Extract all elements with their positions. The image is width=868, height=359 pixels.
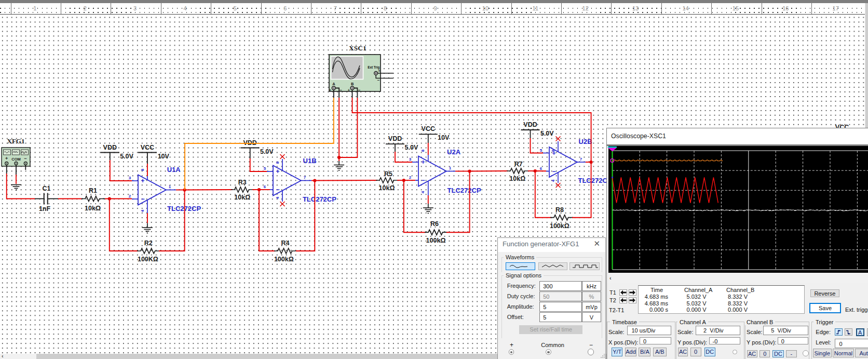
svg-text:R1: R1 <box>89 187 97 194</box>
svg-text:100kΩ: 100kΩ <box>550 222 569 230</box>
svg-text:VDD: VDD <box>103 144 117 151</box>
svg-text:2: 2 <box>409 175 412 180</box>
svg-text:1nF: 1nF <box>39 205 51 212</box>
svg-text:R6: R6 <box>430 220 439 228</box>
svg-text:5.0V: 5.0V <box>405 144 418 151</box>
svg-text:10kΩ: 10kΩ <box>509 175 525 182</box>
svg-text:XSC1: XSC1 <box>349 44 367 52</box>
svg-text:VCC: VCC <box>422 125 435 132</box>
svg-text:6: 6 <box>264 184 266 189</box>
svg-text:5: 5 <box>264 166 266 171</box>
svg-text:R4: R4 <box>281 240 290 247</box>
svg-text:10kΩ: 10kΩ <box>379 184 395 192</box>
svg-text:VDD: VDD <box>388 135 402 142</box>
svg-text:7: 7 <box>304 175 306 180</box>
svg-text:4: 4 <box>140 209 145 212</box>
svg-text:+: + <box>276 168 279 175</box>
svg-text:R2: R2 <box>144 240 153 247</box>
svg-text:1: 1 <box>449 166 452 170</box>
svg-text:8: 8 <box>140 168 145 171</box>
svg-text:100kΩ: 100kΩ <box>426 237 446 244</box>
svg-text:−: − <box>421 177 425 184</box>
svg-text:+: + <box>378 69 381 73</box>
svg-text:U1B: U1B <box>303 157 317 165</box>
svg-text:10V: 10V <box>158 153 170 160</box>
svg-text:TLC272CP: TLC272CP <box>303 195 336 203</box>
svg-text:8: 8 <box>421 149 425 152</box>
svg-text:U1A: U1A <box>167 166 181 174</box>
svg-text:TLC272CP: TLC272CP <box>447 187 481 194</box>
svg-text:VDD: VDD <box>243 139 256 147</box>
svg-text:−: − <box>358 88 361 92</box>
svg-text:−: − <box>24 156 26 161</box>
svg-text:−: − <box>377 78 380 83</box>
svg-text:2: 2 <box>129 194 131 198</box>
svg-text:−: − <box>552 168 555 175</box>
svg-text:+: + <box>421 158 425 166</box>
svg-text:R7: R7 <box>514 161 523 168</box>
svg-text:C1: C1 <box>43 185 51 192</box>
svg-text:+: + <box>329 88 331 92</box>
svg-text:100kΩ: 100kΩ <box>274 256 294 263</box>
svg-text:−: − <box>141 195 144 203</box>
svg-text:3: 3 <box>129 176 131 180</box>
svg-text:10V: 10V <box>438 134 450 141</box>
svg-text:XFG1: XFG1 <box>7 137 25 145</box>
svg-text:−: − <box>340 88 342 92</box>
svg-text:B: B <box>351 82 354 86</box>
svg-text:R5: R5 <box>384 170 392 178</box>
svg-text:10kΩ: 10kΩ <box>85 205 101 212</box>
svg-text:5.0V: 5.0V <box>260 148 274 155</box>
svg-text:R3: R3 <box>238 179 247 186</box>
svg-text:R8: R8 <box>555 206 564 214</box>
svg-text:10kΩ: 10kΩ <box>234 194 250 201</box>
svg-text:8: 8 <box>275 161 280 164</box>
svg-text:U2A: U2A <box>447 148 461 156</box>
svg-text:4: 4 <box>275 196 280 199</box>
svg-text:5: 5 <box>540 148 542 153</box>
svg-text:4: 4 <box>551 179 555 182</box>
svg-text:VDD: VDD <box>523 121 537 128</box>
svg-text:COM: COM <box>11 157 21 162</box>
svg-text:A: A <box>332 82 335 86</box>
svg-text:100KΩ: 100KΩ <box>138 256 158 263</box>
svg-text:5.0V: 5.0V <box>540 130 554 137</box>
svg-text:+: + <box>348 88 350 92</box>
svg-text:8: 8 <box>551 149 555 152</box>
svg-text:7: 7 <box>580 157 582 162</box>
svg-text:−: − <box>276 186 279 193</box>
svg-text:5.0V: 5.0V <box>120 153 133 160</box>
svg-text:3: 3 <box>409 157 412 162</box>
svg-text:1: 1 <box>169 184 171 189</box>
svg-text:+: + <box>5 156 8 161</box>
svg-text:U2B: U2B <box>579 138 592 145</box>
svg-text:VCC: VCC <box>141 144 154 151</box>
svg-text:4: 4 <box>421 191 425 193</box>
svg-text:6: 6 <box>540 166 542 171</box>
svg-text:+: + <box>141 177 144 184</box>
